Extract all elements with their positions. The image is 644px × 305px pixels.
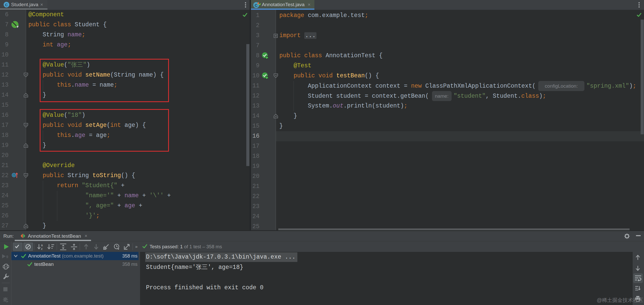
- svg-text:C: C: [255, 3, 258, 7]
- svg-text:C: C: [5, 3, 8, 7]
- svg-text:9: 9: [6, 255, 8, 259]
- svg-text:z: z: [41, 247, 43, 251]
- svg-text:a: a: [41, 243, 43, 247]
